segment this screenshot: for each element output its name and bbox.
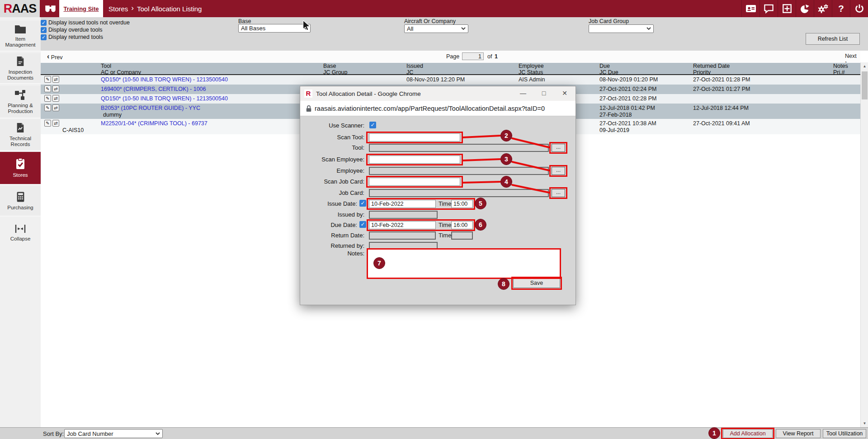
sidebar-item-label: Item	[15, 36, 25, 42]
window-title-bar[interactable]: R Tool Allocation Detail - Google Chrome…	[300, 86, 576, 101]
tool-link[interactable]: QD150* (10-50 INLB TORQ WREN) - 12135005…	[101, 76, 228, 83]
job-card-input	[369, 189, 549, 197]
job-card-browse-button[interactable]: ...	[552, 189, 565, 197]
maximize-button[interactable]: □	[537, 86, 551, 100]
minimize-button[interactable]: —	[516, 86, 530, 100]
refresh-list-button[interactable]: Refresh List	[806, 33, 860, 45]
tool-link[interactable]: B2053* (10PC ROUTER GUIDE) - YYC	[101, 105, 200, 111]
new-window-icon[interactable]	[778, 0, 796, 17]
notes-textarea[interactable]	[368, 250, 560, 278]
chevron-left-icon: ‹	[47, 52, 49, 60]
tool-link[interactable]: 169400* (CRIMPERS, CERTILOK) - 1006	[101, 86, 206, 92]
employee-browse-button[interactable]: ...	[552, 167, 565, 175]
due-date-label: Due Date:	[300, 222, 357, 228]
tab-training-site[interactable]: Training Site	[59, 0, 103, 17]
page-number-input[interactable]: 1	[462, 52, 484, 60]
edit-allocation-icon[interactable]: ✎	[44, 120, 51, 127]
annotation-step-6: 6	[475, 219, 486, 231]
issue-time-input[interactable]: 15:00	[451, 200, 473, 208]
scroll-down-icon[interactable]: ▼	[861, 420, 868, 427]
lock-icon	[306, 105, 312, 112]
prev-page-link[interactable]: ‹ Prev	[47, 53, 63, 61]
issue-date-input[interactable]: 10-Feb-2022	[369, 200, 436, 208]
user-card-icon[interactable]	[741, 0, 760, 17]
pie-chart-icon[interactable]	[796, 0, 814, 17]
sidebar-item-label: Planning &	[8, 103, 33, 108]
sidebar-item-stores[interactable]: Stores	[0, 152, 41, 185]
use-scanner-checkbox[interactable]: ✓	[369, 122, 376, 128]
vertical-scrollbar[interactable]: ▲ ▼	[860, 62, 868, 427]
sidebar-item-inspection-documents[interactable]: InspectionDocuments	[0, 53, 41, 84]
return-tool-icon[interactable]: ⇄	[52, 120, 59, 127]
return-tool-icon[interactable]: ⇄	[52, 104, 59, 111]
checkbox-display-returned[interactable]: ✓	[41, 34, 47, 40]
edit-allocation-icon[interactable]: ✎	[44, 104, 51, 111]
checkbox-display-returned-label: Display returned tools	[48, 34, 103, 40]
scan-tool-input[interactable]	[369, 133, 460, 142]
edit-allocation-icon[interactable]: ✎	[44, 76, 51, 83]
binoculars-icon[interactable]	[44, 3, 57, 15]
edit-allocation-icon[interactable]: ✎	[44, 85, 51, 92]
chevron-down-icon	[303, 27, 308, 30]
add-allocation-button[interactable]: Add Allocation	[723, 429, 773, 438]
checkbox-display-overdue[interactable]: ✓	[41, 27, 47, 33]
returned-by-input	[369, 242, 438, 250]
checkbox-display-overdue-label: Display overdue tools	[48, 27, 103, 33]
job-card-group-filter-label: Job Card Group	[589, 18, 629, 24]
breadcrumb-section[interactable]: Stores	[108, 5, 128, 13]
view-report-button[interactable]: View Report	[776, 429, 821, 438]
annotation-step-8: 8	[498, 278, 509, 290]
checkbox-display-issued-label: Display issued tools not overdue	[48, 19, 130, 26]
sidebar-item-label: Stores	[13, 172, 28, 178]
sidebar-item-technical-records[interactable]: TechnicalRecords	[0, 119, 41, 151]
tool-link[interactable]: M22520/1-04* (CRIMPING TOOL) - 69737	[101, 120, 208, 127]
issue-date-checkbox[interactable]: ✓	[359, 200, 366, 207]
col-base: BaseJC Group	[323, 63, 348, 76]
base-select[interactable]: All Bases	[238, 24, 311, 33]
tool-browse-button[interactable]: ...	[552, 144, 565, 152]
scroll-up-icon[interactable]: ▲	[861, 62, 868, 70]
aircraft-filter-label: Aircraft Or Company	[404, 18, 456, 24]
edit-allocation-icon[interactable]: ✎	[44, 95, 51, 102]
checkbox-display-issued[interactable]: ✓	[41, 20, 47, 26]
col-employee: EmployeeJC Status	[519, 63, 544, 76]
settings-gears-icon[interactable]	[814, 0, 832, 17]
sidebar-item-planning-production[interactable]: Planning &Production	[0, 86, 41, 118]
col-due: DueJC Due	[599, 63, 618, 76]
employee-input	[369, 167, 549, 175]
sort-by-select[interactable]: Job Card Number	[64, 429, 163, 438]
scrollbar-thumb[interactable]	[862, 71, 868, 99]
chevron-down-icon	[646, 27, 651, 30]
return-tool-icon[interactable]: ⇄	[52, 76, 59, 83]
power-icon[interactable]	[850, 0, 868, 17]
annotation-step-3: 3	[500, 153, 512, 165]
app-screen: RAAS Training Site Stores › Tool Allocat…	[0, 0, 868, 439]
due-date-checkbox[interactable]: ✓	[359, 221, 366, 228]
tool-link[interactable]: QD150* (10-50 INLB TORQ WREN) - 12135005…	[101, 95, 228, 102]
document-chart-icon	[15, 122, 25, 133]
chat-icon[interactable]	[760, 0, 778, 17]
sidebar-item-collapse[interactable]: Collapse	[0, 218, 41, 247]
return-date-input	[369, 231, 436, 240]
scan-job-card-label: Scan Job Card:	[300, 178, 364, 185]
sidebar-item-purchasing[interactable]: Purchasing	[0, 186, 41, 217]
aircraft-select[interactable]: All	[404, 24, 468, 33]
clipboard-check-icon	[15, 158, 26, 170]
due-time-input[interactable]: 16:00	[451, 221, 473, 229]
raas-logo[interactable]: RAAS	[0, 0, 40, 17]
job-card-group-select[interactable]	[589, 24, 654, 33]
scan-job-card-input[interactable]	[369, 178, 460, 186]
window-title: Tool Allocation Detail - Google Chrome	[316, 90, 421, 97]
due-date-input[interactable]: 10-Feb-2022	[369, 221, 436, 229]
help-icon[interactable]: ?	[832, 0, 850, 17]
close-button[interactable]: ✕	[558, 86, 571, 100]
return-tool-icon[interactable]: ⇄	[52, 95, 59, 102]
return-tool-icon[interactable]: ⇄	[52, 85, 59, 92]
save-button[interactable]: Save	[513, 278, 560, 288]
tool-utilization-button[interactable]: Tool Utilization	[823, 429, 866, 438]
annotation-step-7: 7	[373, 257, 385, 269]
sidebar-item-item-management[interactable]: ItemManagement	[0, 21, 41, 52]
page-url[interactable]: raasais.aviationintertec.com/app/PartReq…	[315, 105, 545, 112]
breadcrumb-page-title: Tool Allocation Listing	[137, 5, 202, 13]
scan-employee-input[interactable]	[369, 156, 460, 164]
